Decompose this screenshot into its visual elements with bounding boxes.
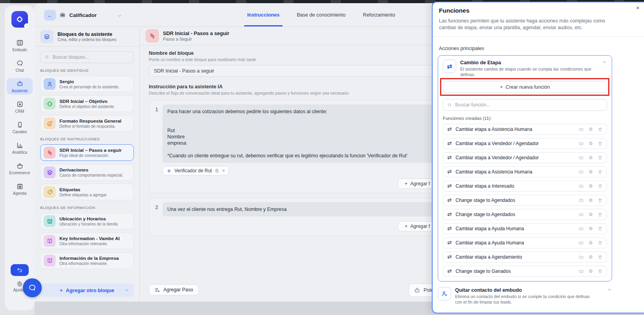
sidebar-item[interactable]: Canales: [7, 119, 33, 136]
function-chip[interactable]: Verificador de Rut ×: [163, 166, 229, 175]
add-step-button[interactable]: Agregar Paso: [149, 284, 199, 295]
search-icon: [44, 54, 50, 60]
sidebar-item-icon: [16, 39, 24, 47]
tab[interactable]: Instrucciones: [247, 3, 279, 26]
block-item[interactable]: SDR Inicial – Pasos a seguir Flujo ideal…: [40, 144, 134, 161]
instruction-blocks-list: SDR Inicial – Pasos a seguir Flujo ideal…: [40, 144, 134, 200]
function-row[interactable]: ⇄ Change stage to Agendados ⚙: [443, 209, 607, 220]
trash-icon[interactable]: [598, 127, 603, 132]
function-row[interactable]: ⇄ Cambiar etapa a Asistencia Humana ⚙: [443, 124, 607, 135]
gear-icon: [17, 281, 23, 287]
undo-arrow-icon: [17, 267, 23, 273]
block-item[interactable]: Ubicación y Horarios Ubicación y horario…: [40, 213, 134, 229]
sidebar-item[interactable]: CRM: [7, 99, 33, 115]
functions-panel: × Funciones Las funciones permiten que t…: [432, 2, 644, 313]
functions-panel-description: Las funciones permiten que tu asistente …: [439, 18, 607, 31]
gear-icon[interactable]: ⚙: [588, 170, 593, 174]
collapse-back-button[interactable]: [11, 264, 29, 276]
sidebar-item-label: Asistente: [11, 89, 28, 93]
id-card-icon[interactable]: [579, 269, 584, 274]
function-row-label: Cambiar etapa a Asistencia Humana: [455, 169, 532, 175]
create-function-button[interactable]: + Crear nueva función: [443, 81, 607, 93]
gear-icon[interactable]: ⚙: [588, 255, 593, 259]
block-item[interactable]: SDR Inicial – Objetivo Define el objetiv…: [40, 95, 134, 112]
gear-icon[interactable]: ⚙: [588, 155, 593, 160]
id-card-icon[interactable]: [579, 240, 584, 246]
gear-icon[interactable]: ⚙: [588, 240, 593, 245]
trash-icon[interactable]: [598, 226, 603, 231]
id-card-icon[interactable]: [579, 212, 584, 217]
block-item[interactable]: Información de la Empresa Otra informaci…: [40, 252, 134, 269]
function-row[interactable]: ⇄ Cambiar etapa a Asistencia Humana ⚙: [443, 166, 607, 177]
sidebar-item[interactable]: Chat: [7, 58, 33, 74]
function-row[interactable]: ⇄ Cambiar etapa a Ayuda Humana ⚙: [443, 223, 607, 234]
gear-icon[interactable]: ⚙: [588, 198, 593, 203]
sidebar-item[interactable]: Asistente: [7, 78, 33, 95]
function-row[interactable]: ⇄ Change stage to Agendados ⚙: [443, 195, 607, 206]
trash-icon[interactable]: [598, 141, 603, 146]
add-block-button[interactable]: + Agregar otro bloque: [40, 283, 134, 297]
id-card-icon[interactable]: [579, 141, 584, 146]
transfer-icon: ⇄: [447, 127, 452, 132]
tab[interactable]: Reforzamiento: [363, 3, 395, 26]
sidebar-item-icon: [16, 183, 24, 190]
id-card-icon[interactable]: [579, 170, 584, 175]
close-icon[interactable]: ×: [636, 4, 640, 11]
id-card-icon[interactable]: [579, 184, 584, 189]
sidebar-item[interactable]: Ecommerce: [7, 160, 33, 177]
sidebar-item[interactable]: Analítica: [7, 140, 33, 156]
sidebar-item[interactable]: Embudo: [7, 37, 33, 54]
id-card-icon[interactable]: [579, 155, 584, 160]
function-search-input[interactable]: [455, 102, 603, 108]
function-row-label: Cambiar etapa a Ayuda Humana: [455, 240, 524, 246]
trash-icon[interactable]: [598, 212, 603, 217]
trash-icon[interactable]: [598, 184, 603, 189]
function-row[interactable]: ⇄ Cambiar etapa a Interesado ⚙: [443, 181, 607, 192]
chip-remove-icon[interactable]: ×: [222, 168, 225, 173]
trash-icon[interactable]: [598, 269, 603, 274]
gear-icon[interactable]: ⚙: [588, 184, 593, 188]
id-card-icon[interactable]: [579, 255, 584, 260]
gear-icon[interactable]: ⚙: [588, 127, 593, 132]
collapse-chevron-icon[interactable]: [602, 60, 607, 65]
block-item[interactable]: Formato Respuesta General Define el form…: [40, 115, 134, 132]
divider: [433, 36, 644, 37]
trash-icon[interactable]: [598, 255, 603, 260]
function-row-label: Change stage to Ganados: [455, 268, 511, 274]
assistant-switcher-chevron-icon[interactable]: [117, 13, 122, 18]
support-chat-fab[interactable]: [23, 278, 42, 297]
id-card-icon[interactable]: [579, 226, 584, 231]
block-item[interactable]: Key Information - Vambe AI Otra informac…: [40, 233, 134, 249]
section-label-informacion: BLOQUES DE INFORMACIÓN: [40, 205, 134, 210]
gear-icon[interactable]: ⚙: [588, 141, 593, 146]
tab[interactable]: Base de conocimiento: [297, 3, 346, 26]
function-row[interactable]: ⇄ Cambiar etapa a Vendedor / Agendador ⚙: [443, 152, 607, 163]
gear-icon[interactable]: ⚙: [588, 226, 593, 231]
gear-icon[interactable]: ⚙: [588, 269, 593, 274]
id-card-icon[interactable]: [579, 127, 584, 132]
function-row[interactable]: ⇄ Cambiar etapa a Ayuda Humana ⚙: [443, 237, 607, 248]
transfer-icon: ⇄: [447, 226, 452, 231]
block-item[interactable]: Sergio Crea el personaje de tu asistente…: [40, 76, 134, 92]
trash-icon[interactable]: [598, 198, 603, 203]
function-row[interactable]: ⇄ Cambiar etapa a Vendedor / Agendador ⚙: [443, 138, 607, 149]
vambe-logo[interactable]: [11, 11, 28, 28]
gear-icon[interactable]: ⚙: [588, 212, 593, 217]
id-card-icon[interactable]: [579, 198, 584, 203]
blocks-search-input[interactable]: [53, 54, 130, 60]
block-item-title: Key Information - Vambe AI: [59, 236, 120, 241]
trash-icon[interactable]: [598, 155, 603, 160]
remove-contact-card[interactable]: Quitar contacto del embudo Elimina un co…: [438, 287, 612, 305]
back-button[interactable]: ←: [44, 10, 56, 21]
trash-icon[interactable]: [598, 170, 603, 175]
sidebar-item[interactable]: Agenda: [7, 181, 33, 197]
function-row[interactable]: ⇄ Cambiar etapa a Agendamiento ⚙: [443, 252, 607, 263]
chip-gear-icon[interactable]: [215, 168, 219, 173]
tab-label: Reforzamiento: [363, 12, 395, 18]
trash-icon[interactable]: [598, 240, 603, 246]
function-row[interactable]: ⇄ Change stage to Ganados ⚙: [443, 266, 607, 277]
block-item[interactable]: Derivaciones Casos de comportamiento esp…: [40, 164, 134, 181]
block-item[interactable]: Etiquetas Define etiquetas a agregar: [40, 184, 134, 200]
expand-chevron-icon[interactable]: [607, 287, 612, 292]
function-row-label: Cambiar etapa a Ayuda Humana: [455, 226, 524, 231]
